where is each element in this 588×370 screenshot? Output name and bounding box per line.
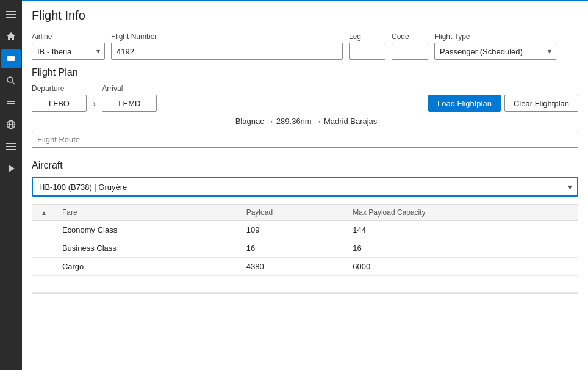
svg-rect-1 bbox=[6, 14, 16, 15]
sort-indicator-col: ▲ bbox=[32, 205, 56, 221]
globe-icon[interactable] bbox=[1, 115, 21, 134]
aircraft-select-wrapper: HB-100 (B738) | Gruyère HB-200 (A320) | … bbox=[32, 177, 578, 197]
list-icon[interactable] bbox=[1, 137, 21, 156]
payload-cell: 109 bbox=[240, 221, 346, 239]
flight-type-label: Flight Type bbox=[434, 32, 556, 41]
flight-number-field-group: Flight Number bbox=[111, 32, 343, 60]
table-row: Economy Class 109 144 bbox=[32, 221, 578, 239]
svg-line-6 bbox=[12, 82, 15, 84]
payload-col-header: Payload bbox=[240, 205, 346, 221]
flight-number-label: Flight Number bbox=[111, 32, 343, 41]
max-payload-cell: 16 bbox=[346, 239, 578, 258]
flight-map-icon[interactable] bbox=[1, 49, 21, 68]
fare-table-container: ▲ Fare Payload Max Payload Capacity bbox=[32, 204, 578, 294]
airline-label: Airline bbox=[32, 32, 105, 41]
arrival-field-group: Arrival bbox=[102, 84, 157, 112]
svg-rect-2 bbox=[6, 17, 16, 18]
departure-input[interactable] bbox=[32, 95, 87, 112]
max-payload-col-header: Max Payload Capacity bbox=[346, 205, 578, 221]
max-payload-cell: 144 bbox=[346, 221, 578, 239]
row-sort-cell bbox=[32, 221, 56, 239]
leg-field-group: Leg bbox=[349, 32, 385, 60]
row-sort-cell bbox=[32, 239, 56, 258]
arrival-label: Arrival bbox=[102, 84, 157, 93]
layers-icon[interactable] bbox=[1, 93, 21, 112]
fare-table: ▲ Fare Payload Max Payload Capacity bbox=[32, 205, 578, 293]
main-content: Flight Info Airline IB - Iberia Flight N… bbox=[22, 0, 588, 370]
departure-label: Departure bbox=[32, 84, 87, 93]
max-payload-cell: 6000 bbox=[346, 258, 578, 276]
leg-input[interactable] bbox=[349, 43, 385, 60]
flight-plan-title: Flight Plan bbox=[32, 67, 578, 78]
departure-field-group: Departure bbox=[32, 84, 87, 112]
search-icon[interactable] bbox=[1, 71, 21, 90]
payload-cell: 4380 bbox=[240, 258, 346, 276]
svg-rect-0 bbox=[6, 11, 16, 12]
table-row-empty bbox=[32, 276, 578, 293]
flightplan-actions: Load Flightplan Clear Flightplan bbox=[428, 95, 578, 112]
menu-icon[interactable] bbox=[1, 5, 21, 24]
aircraft-title: Aircraft bbox=[32, 160, 578, 171]
svg-rect-8 bbox=[7, 103, 15, 104]
fare-cell: Economy Class bbox=[56, 221, 240, 239]
sort-arrow-icon: ▲ bbox=[38, 209, 49, 216]
code-label: Code bbox=[392, 32, 428, 41]
svg-point-5 bbox=[7, 77, 13, 82]
row-sort-cell bbox=[32, 258, 56, 276]
flightplan-row: Departure › Arrival Load Flightplan Clea… bbox=[32, 84, 578, 112]
arrival-input[interactable] bbox=[102, 95, 157, 112]
home-icon[interactable] bbox=[1, 27, 21, 46]
code-field-group: Code bbox=[392, 32, 428, 60]
flight-type-field-group: Flight Type Passenger (Scheduled) Cargo … bbox=[434, 32, 556, 60]
page-title: Flight Info bbox=[32, 6, 578, 23]
svg-rect-14 bbox=[6, 149, 16, 150]
route-info: Blagnac → 289.36nm → Madrid Barajas bbox=[32, 117, 578, 126]
payload-cell: 16 bbox=[240, 239, 346, 258]
sidebar bbox=[0, 0, 22, 370]
fare-cell: Business Class bbox=[56, 239, 240, 258]
aircraft-select[interactable]: HB-100 (B738) | Gruyère HB-200 (A320) | … bbox=[32, 177, 578, 197]
flight-route-input[interactable] bbox=[32, 131, 578, 148]
svg-rect-13 bbox=[6, 146, 16, 147]
svg-rect-4 bbox=[9, 59, 10, 60]
fare-col-header: Fare bbox=[56, 205, 240, 221]
clear-flightplan-button[interactable]: Clear Flightplan bbox=[504, 95, 578, 112]
airline-select-wrapper: IB - Iberia bbox=[32, 43, 105, 60]
fare-cell: Cargo bbox=[56, 258, 240, 276]
airline-select[interactable]: IB - Iberia bbox=[32, 43, 105, 60]
departure-arrival-arrow: › bbox=[93, 98, 96, 112]
svg-rect-7 bbox=[7, 101, 15, 102]
flight-info-row: Airline IB - Iberia Flight Number Leg Co… bbox=[32, 32, 578, 60]
load-flightplan-button[interactable]: Load Flightplan bbox=[428, 95, 501, 112]
leg-label: Leg bbox=[349, 32, 385, 41]
play-icon[interactable] bbox=[1, 159, 21, 178]
table-row: Business Class 16 16 bbox=[32, 239, 578, 258]
svg-marker-15 bbox=[9, 165, 15, 172]
table-row: Cargo 4380 6000 bbox=[32, 258, 578, 276]
flight-number-input[interactable] bbox=[111, 43, 343, 60]
flight-type-select[interactable]: Passenger (Scheduled) Cargo Charter Priv… bbox=[434, 43, 556, 60]
svg-rect-12 bbox=[6, 143, 16, 144]
airline-field-group: Airline IB - Iberia bbox=[32, 32, 105, 60]
flight-type-select-wrapper: Passenger (Scheduled) Cargo Charter Priv… bbox=[434, 43, 556, 60]
code-input[interactable] bbox=[392, 43, 428, 60]
svg-rect-3 bbox=[7, 56, 15, 61]
